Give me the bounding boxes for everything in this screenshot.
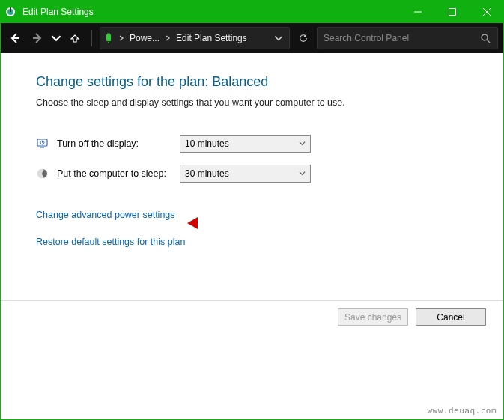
search-input[interactable]: [324, 33, 479, 43]
forward-button[interactable]: [28, 29, 46, 47]
page-subtext: Choose the sleep and display settings th…: [36, 97, 468, 108]
back-button[interactable]: [6, 29, 24, 47]
display-timeout-row: Turn off the display: 10 minutes: [36, 135, 468, 153]
display-timeout-text: Turn off the display:: [57, 139, 139, 149]
minimize-button[interactable]: [401, 0, 435, 23]
chevron-down-icon: [299, 168, 306, 179]
nav-separator: [91, 30, 92, 46]
titlebar: Edit Plan Settings: [0, 0, 504, 23]
sleep-timeout-select[interactable]: 30 minutes: [180, 165, 311, 183]
svg-point-12: [482, 34, 488, 40]
chevron-down-icon: [299, 139, 306, 149]
sleep-timeout-value: 30 minutes: [185, 168, 229, 179]
search-input-wrap[interactable]: [317, 27, 498, 49]
advanced-link-row: Change advanced power settings: [36, 210, 468, 237]
sleep-timeout-row: Put the computer to sleep: 30 minutes: [36, 165, 468, 183]
sleep-timeout-text: Put the computer to sleep:: [57, 168, 166, 179]
chevron-right-icon[interactable]: [163, 35, 172, 41]
svg-rect-18: [40, 147, 44, 148]
svg-rect-9: [106, 34, 111, 41]
up-button[interactable]: [66, 29, 84, 47]
svg-rect-10: [108, 33, 109, 34]
monitor-icon: [36, 137, 49, 150]
breadcrumb-dropdown[interactable]: [270, 28, 288, 49]
content-area: Change settings for the plan: Balanced C…: [0, 53, 504, 300]
watermark-text: www.deuaq.com: [427, 406, 497, 416]
recent-dropdown[interactable]: [51, 29, 61, 47]
page-heading: Change settings for the plan: Balanced: [36, 74, 468, 90]
window-title: Edit Plan Settings: [21, 7, 401, 17]
navbar: Powe... Edit Plan Settings: [0, 23, 504, 53]
svg-rect-4: [449, 8, 456, 15]
svg-rect-11: [109, 33, 110, 34]
change-advanced-link[interactable]: Change advanced power settings: [36, 210, 175, 220]
power-options-icon: [102, 31, 115, 45]
breadcrumb-seg-edit[interactable]: Edit Plan Settings: [174, 33, 249, 43]
breadcrumb-seg-power[interactable]: Powe...: [127, 33, 162, 43]
restore-defaults-link[interactable]: Restore default settings for this plan: [36, 237, 185, 247]
window-controls: [401, 0, 504, 23]
links-section: Change advanced power settings Restore d…: [36, 210, 468, 247]
display-timeout-label: Turn off the display:: [36, 137, 180, 150]
display-timeout-select[interactable]: 10 minutes: [180, 135, 311, 153]
cancel-button[interactable]: Cancel: [416, 308, 486, 326]
moon-icon: [36, 167, 49, 180]
svg-rect-2: [10, 7, 11, 12]
refresh-button[interactable]: [294, 28, 312, 49]
arrow-annotation-icon: [186, 214, 216, 232]
app-icon: [0, 0, 21, 23]
search-icon[interactable]: [479, 32, 491, 44]
footer-buttons: Save changes Cancel: [0, 301, 504, 326]
sleep-timeout-label: Put the computer to sleep:: [36, 167, 180, 180]
svg-line-13: [487, 40, 490, 43]
svg-line-17: [43, 143, 44, 144]
save-button: Save changes: [338, 308, 408, 326]
breadcrumb[interactable]: Powe... Edit Plan Settings: [100, 27, 290, 49]
close-button[interactable]: [470, 0, 504, 23]
display-timeout-value: 10 minutes: [185, 139, 229, 149]
chevron-right-icon[interactable]: [117, 35, 126, 41]
maximize-button[interactable]: [435, 0, 470, 23]
